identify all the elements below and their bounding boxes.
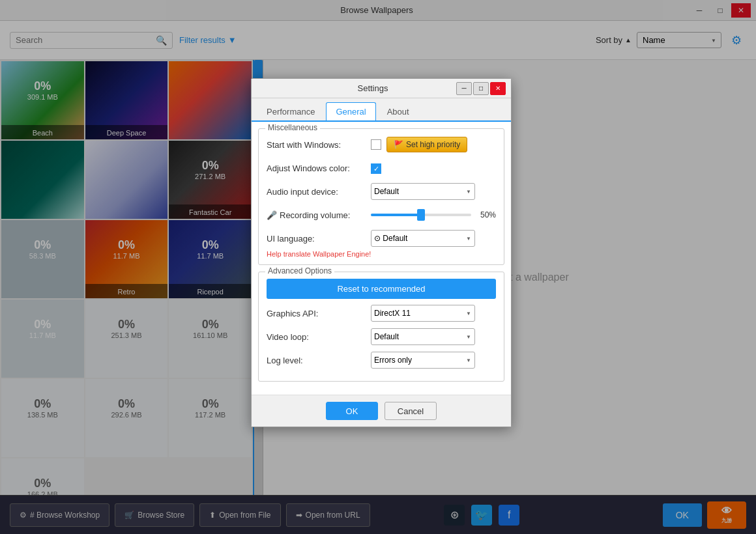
miscellaneous-section: Miscellaneous Start with Windows: 🚩 Set … xyxy=(258,128,504,265)
volume-slider-track xyxy=(371,214,471,216)
dialog-footer: OK Cancel xyxy=(252,395,511,427)
tab-general[interactable]: General xyxy=(326,102,375,120)
recording-volume-label: 🎤 Recording volume: xyxy=(267,210,371,220)
high-priority-button[interactable]: 🚩 Set high priority xyxy=(386,137,467,152)
video-loop-select-wrap: Default On Off xyxy=(371,328,475,345)
misc-section-title: Miscellaneous xyxy=(265,123,320,132)
dialog-overlay: Settings ─ □ ✕ Performance General About xyxy=(0,0,756,534)
tab-about[interactable]: About xyxy=(377,102,419,120)
mic-icon: 🎤 xyxy=(267,210,277,220)
settings-dialog: Settings ─ □ ✕ Performance General About xyxy=(251,78,512,427)
log-level-label: Log level: xyxy=(267,356,371,365)
ui-language-label: UI language: xyxy=(267,234,371,244)
dialog-cancel-button[interactable]: Cancel xyxy=(385,402,437,420)
audio-device-select-wrap: Default None Microphone xyxy=(371,183,475,200)
tab-performance[interactable]: Performance xyxy=(257,102,325,120)
graphics-api-select[interactable]: DirectX 11 DirectX 9 OpenGL xyxy=(371,305,475,322)
volume-slider-fill xyxy=(371,214,421,216)
graphics-api-row: Graphics API: DirectX 11 DirectX 9 OpenG… xyxy=(267,304,496,322)
dialog-minimize-button[interactable]: ─ xyxy=(456,82,472,95)
dialog-title-bar: Settings ─ □ ✕ xyxy=(252,79,511,98)
dialog-maximize-button[interactable]: □ xyxy=(473,82,489,95)
start-windows-row: Start with Windows: 🚩 Set high priority xyxy=(267,135,496,154)
graphics-api-select-wrap: DirectX 11 DirectX 9 OpenGL xyxy=(371,305,475,322)
start-windows-label: Start with Windows: xyxy=(267,140,371,150)
ui-language-select[interactable]: ⊙ Default English Chinese xyxy=(371,230,475,247)
recording-volume-control: 50% xyxy=(371,210,496,219)
main-window: Browse Wallpapers ─ □ ✕ 🔍 Filter results… xyxy=(0,0,756,534)
dialog-tabs: Performance General About xyxy=(252,98,511,122)
video-loop-select[interactable]: Default On Off xyxy=(371,328,475,345)
dialog-close-button[interactable]: ✕ xyxy=(490,82,506,95)
audio-device-select[interactable]: Default None Microphone xyxy=(371,183,475,200)
dialog-content: Miscellaneous Start with Windows: 🚩 Set … xyxy=(252,122,511,395)
adjust-color-row: Adjust Windows color: ✓ xyxy=(267,159,496,177)
reset-recommended-button[interactable]: Reset to recommended xyxy=(267,279,496,299)
volume-slider-thumb[interactable] xyxy=(417,209,425,221)
dialog-title: Settings xyxy=(289,83,456,93)
audio-device-label: Audio input device: xyxy=(267,187,371,197)
advanced-options-section: Advanced Options Reset to recommended Gr… xyxy=(258,272,504,382)
volume-value: 50% xyxy=(476,210,496,219)
dialog-controls: ─ □ ✕ xyxy=(456,82,506,95)
ui-language-row: UI language: ⊙ Default English Chinese xyxy=(267,229,496,247)
graphics-api-label: Graphics API: xyxy=(267,309,371,318)
audio-device-row: Audio input device: Default None Microph… xyxy=(267,182,496,201)
start-windows-checkbox[interactable] xyxy=(371,139,381,150)
adjust-color-checkbox[interactable]: ✓ xyxy=(371,163,381,174)
log-level-select[interactable]: Errors only Debug Verbose xyxy=(371,352,475,369)
flag-icon: 🚩 xyxy=(394,140,403,149)
ui-language-select-wrap: ⊙ Default English Chinese xyxy=(371,230,475,247)
video-loop-row: Video loop: Default On Off xyxy=(267,328,496,346)
dialog-ok-button[interactable]: OK xyxy=(326,402,378,420)
log-level-row: Log level: Errors only Debug Verbose xyxy=(267,351,496,369)
advanced-section-title: Advanced Options xyxy=(265,266,334,275)
video-loop-label: Video loop: xyxy=(267,332,371,342)
log-level-select-wrap: Errors only Debug Verbose xyxy=(371,352,475,369)
recording-volume-row: 🎤 Recording volume: 50% xyxy=(267,206,496,224)
adjust-color-label: Adjust Windows color: xyxy=(267,163,371,173)
help-translate-link[interactable]: Help translate Wallpaper Engine! xyxy=(267,250,496,258)
